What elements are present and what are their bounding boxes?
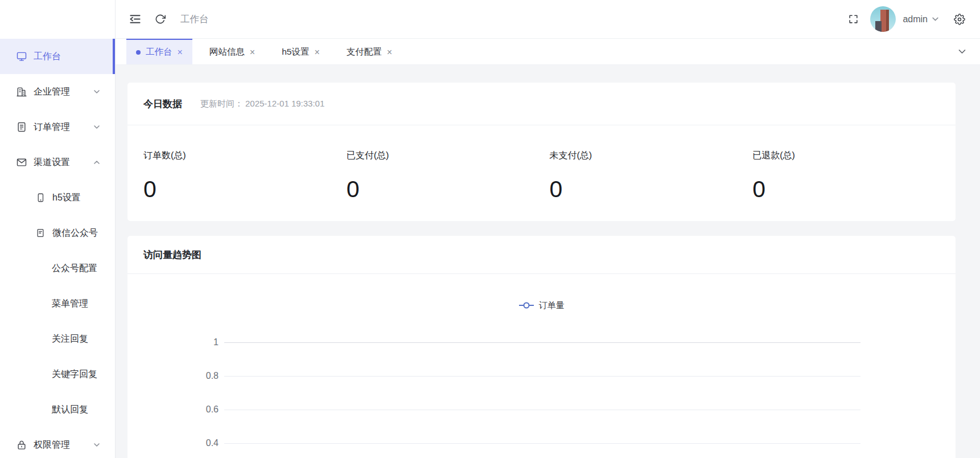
close-tab-icon[interactable]: × bbox=[178, 48, 183, 57]
gridline bbox=[224, 342, 860, 343]
sidebar-item-order-mgmt[interactable]: 订单管理 bbox=[0, 109, 115, 145]
update-time-value: 2025-12-01 19:33:01 bbox=[245, 99, 324, 108]
y-tick-label: 1 bbox=[127, 337, 224, 347]
envelope-icon bbox=[16, 157, 27, 168]
y-tick-label: 0.8 bbox=[127, 371, 224, 381]
stats-row: 订单数(总) 0 已支付(总) 0 未支付(总) 0 已退款(总) 0 bbox=[127, 125, 956, 202]
stat-value: 0 bbox=[550, 177, 753, 202]
y-tick-label: 0.4 bbox=[127, 438, 224, 448]
tabs-menu-chevron-icon[interactable] bbox=[958, 47, 966, 56]
tab-label: 支付配置 bbox=[347, 46, 382, 58]
gridline bbox=[224, 376, 860, 377]
stat-unpaid: 未支付(总) 0 bbox=[550, 150, 753, 202]
card-header: 今日数据 更新时间：2025-12-01 19:33:01 bbox=[127, 83, 956, 125]
sidebar-item-label: 企业管理 bbox=[34, 86, 70, 98]
sidebar-item-permission-mgmt[interactable]: 权限管理 bbox=[0, 427, 115, 458]
sidebar-item-label: 默认回复 bbox=[52, 404, 88, 416]
tab-payment-config[interactable]: 支付配置 × bbox=[337, 39, 402, 64]
gridline-row: 0.4 bbox=[127, 436, 956, 450]
lock-icon bbox=[16, 439, 27, 451]
page-content: 今日数据 更新时间：2025-12-01 19:33:01 订单数(总) 0 已… bbox=[116, 65, 980, 458]
avatar-building-small bbox=[875, 21, 882, 32]
sidebar-item-label: 工作台 bbox=[34, 51, 61, 63]
fullscreen-icon[interactable] bbox=[848, 14, 859, 24]
chevron-down-icon bbox=[932, 15, 939, 23]
sidebar-item-keyword-reply[interactable]: 关键字回复 bbox=[0, 357, 115, 392]
gridline-row: 0.8 bbox=[127, 369, 956, 383]
tabbar: 工作台 × 网站信息 × h5设置 × 支付配置 × bbox=[116, 39, 980, 65]
active-dot-icon bbox=[136, 50, 141, 55]
stat-label: 订单数(总) bbox=[143, 150, 347, 162]
sidebar-item-workbench[interactable]: 工作台 bbox=[0, 39, 115, 74]
file-text-icon bbox=[35, 228, 46, 238]
y-tick-label: 0.6 bbox=[127, 404, 224, 415]
building-icon bbox=[16, 86, 27, 97]
avatar[interactable] bbox=[870, 6, 896, 32]
app-window: 工作台 企业管理 订单管理 渠道设置 bbox=[0, 0, 980, 458]
tab-label: 工作台 bbox=[146, 46, 172, 58]
card-title: 访问量趋势图 bbox=[143, 248, 201, 261]
sidebar-item-label: 微信公众号 bbox=[52, 227, 98, 239]
sidebar-item-label: 关注回复 bbox=[52, 333, 88, 345]
sidebar-item-label: 渠道设置 bbox=[34, 157, 70, 169]
update-time-label: 更新时间： bbox=[200, 99, 243, 108]
tab-label: 网站信息 bbox=[209, 46, 245, 58]
user-dropdown[interactable]: admin bbox=[903, 14, 939, 24]
stat-label: 已支付(总) bbox=[347, 150, 550, 162]
stat-paid: 已支付(总) 0 bbox=[347, 150, 550, 202]
visits-trend-card: 访问量趋势图 订单量 1 0.8 0 bbox=[127, 236, 956, 458]
main-area: 工作台 admin 工作台 bbox=[116, 0, 980, 458]
gridline bbox=[224, 443, 860, 444]
topbar-right: admin bbox=[848, 6, 965, 32]
tab-site-info[interactable]: 网站信息 × bbox=[200, 39, 265, 64]
close-tab-icon[interactable]: × bbox=[387, 48, 392, 57]
document-icon bbox=[16, 121, 27, 133]
chevron-down-icon bbox=[93, 124, 100, 130]
sidebar-item-follow-reply[interactable]: 关注回复 bbox=[0, 321, 115, 357]
sidebar-item-label: 权限管理 bbox=[34, 439, 70, 451]
line-chart: 订单量 1 0.8 0.6 0.4 bbox=[127, 298, 956, 450]
chevron-up-icon bbox=[93, 159, 100, 166]
tab-h5-settings[interactable]: h5设置 × bbox=[272, 39, 330, 64]
chevron-down-icon bbox=[93, 88, 100, 95]
card-title: 今日数据 bbox=[143, 97, 182, 111]
tab-workbench[interactable]: 工作台 × bbox=[126, 39, 192, 64]
avatar-building bbox=[880, 10, 889, 32]
card-header: 访问量趋势图 bbox=[127, 236, 956, 274]
sidebar-item-official-config[interactable]: 公众号配置 bbox=[0, 251, 115, 286]
close-tab-icon[interactable]: × bbox=[314, 48, 319, 57]
stat-label: 已退款(总) bbox=[752, 150, 956, 162]
topbar: 工作台 admin bbox=[116, 0, 980, 39]
stat-total-orders: 订单数(总) 0 bbox=[143, 150, 347, 202]
sidebar-item-label: 关键字回复 bbox=[52, 369, 97, 381]
sidebar: 工作台 企业管理 订单管理 渠道设置 bbox=[0, 0, 116, 458]
refresh-icon[interactable] bbox=[155, 14, 166, 24]
stat-label: 未支付(总) bbox=[550, 150, 753, 162]
breadcrumb: 工作台 bbox=[180, 13, 209, 26]
legend-label: 订单量 bbox=[539, 300, 565, 311]
chevron-down-icon bbox=[93, 441, 100, 448]
update-time: 更新时间：2025-12-01 19:33:01 bbox=[200, 99, 324, 109]
sidebar-item-wechat-official[interactable]: 微信公众号 bbox=[0, 215, 115, 251]
tab-label: h5设置 bbox=[282, 46, 309, 58]
menu-fold-icon[interactable] bbox=[129, 13, 141, 25]
stat-value: 0 bbox=[347, 177, 550, 202]
sidebar-item-label: h5设置 bbox=[52, 192, 81, 204]
sidebar-item-menu-mgmt[interactable]: 菜单管理 bbox=[0, 286, 115, 321]
sidebar-item-label: 公众号配置 bbox=[52, 263, 97, 275]
line-series-icon bbox=[519, 301, 534, 309]
gridline-row: 0.6 bbox=[127, 403, 956, 416]
sidebar-item-h5-settings[interactable]: h5设置 bbox=[0, 180, 115, 215]
gridline bbox=[224, 410, 860, 410]
monitor-icon bbox=[16, 51, 27, 62]
sidebar-item-enterprise-mgmt[interactable]: 企业管理 bbox=[0, 74, 115, 109]
stat-refunded: 已退款(总) 0 bbox=[752, 150, 956, 202]
stat-value: 0 bbox=[143, 177, 347, 202]
sidebar-item-default-reply[interactable]: 默认回复 bbox=[0, 392, 115, 427]
legend-item-orders[interactable]: 订单量 bbox=[127, 298, 956, 312]
close-tab-icon[interactable]: × bbox=[250, 48, 255, 57]
username: admin bbox=[903, 14, 928, 24]
sidebar-item-channel-settings[interactable]: 渠道设置 bbox=[0, 145, 115, 180]
mobile-icon bbox=[35, 193, 46, 203]
gear-icon[interactable] bbox=[954, 14, 965, 25]
